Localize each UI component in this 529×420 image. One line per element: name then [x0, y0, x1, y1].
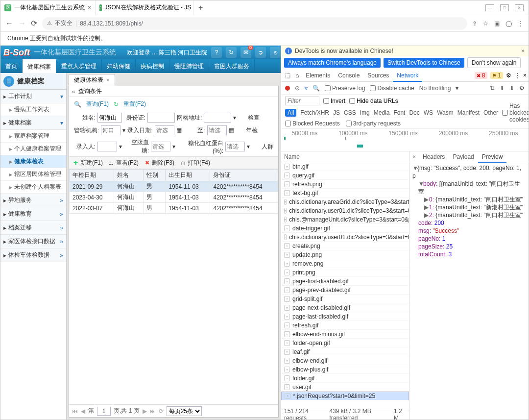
network-request[interactable]: ▫create.png: [281, 242, 409, 250]
reset-button[interactable]: 重置(F2): [123, 100, 146, 108]
content-tab[interactable]: 健康体检表 ×: [69, 74, 115, 86]
sidebar-item[interactable]: ▸未创建个人档案表: [0, 181, 66, 194]
dropdown-icon[interactable]: ▾: [122, 127, 125, 134]
col-header[interactable]: 姓名: [114, 170, 144, 181]
network-request[interactable]: ▫btn.gif: [281, 162, 409, 171]
refresh-icon[interactable]: ↻: [226, 47, 237, 58]
fbs-input[interactable]: [151, 142, 170, 151]
exit-icon[interactable]: ➲: [255, 47, 266, 58]
sidebar-item[interactable]: ▸慢病工作列表: [0, 103, 66, 116]
share-icon[interactable]: ⇪: [472, 20, 477, 27]
sidebar-item[interactable]: ▸辖区居民体检管理: [0, 168, 66, 181]
close-icon[interactable]: ×: [88, 4, 91, 11]
network-request[interactable]: ▫chis.dictionary.user01.dic?sliceType=3&…: [281, 206, 409, 215]
devtools-tab[interactable]: Network: [393, 70, 422, 82]
gear-icon[interactable]: ⚙: [506, 72, 511, 79]
star-icon[interactable]: ☆: [483, 20, 488, 27]
sidebar-group[interactable]: ▸工作计划▾: [0, 90, 66, 103]
new-tab-button[interactable]: +: [193, 3, 208, 12]
network-request[interactable]: ▫elbow-end-minus.gif: [281, 330, 409, 339]
clear-icon[interactable]: ⊘: [295, 85, 300, 92]
sidebar-group[interactable]: ▸家医体检接口数据»: [0, 235, 66, 248]
page-input[interactable]: [97, 407, 111, 416]
preview-tab[interactable]: Headers: [419, 152, 449, 162]
nav-item[interactable]: 首页: [0, 59, 23, 73]
menu-icon[interactable]: ⋮: [518, 20, 524, 27]
network-request[interactable]: ▫refresh.png: [281, 180, 409, 189]
browser-tab-1[interactable]: J JSON在线解析及格式化验证 - JS ×: [96, 0, 193, 15]
filter-input[interactable]: [285, 97, 319, 105]
disable-cache-checkbox[interactable]: Disable cache: [370, 85, 414, 92]
nav-item[interactable]: 健康档案: [23, 59, 56, 73]
delete-button[interactable]: ✖删除(F3): [144, 159, 174, 167]
close-window-icon[interactable]: ✕: [515, 4, 524, 11]
network-request[interactable]: ▫chis.dictionary.areaGrid.dic?sliceType=…: [281, 198, 409, 206]
thirdparty-checkbox[interactable]: 3rd-party requests: [346, 120, 401, 127]
table-row[interactable]: 2021-09-29何海山男1954-11-034202**********84…: [70, 181, 278, 192]
network-request[interactable]: ▫refresh.gif: [281, 321, 409, 330]
page-first-icon[interactable]: ⏮: [72, 408, 78, 415]
download-icon[interactable]: ⬇: [509, 85, 514, 92]
device-icon[interactable]: ⌂: [293, 72, 301, 79]
blocked-checkbox[interactable]: Blocked Requests: [285, 120, 340, 127]
type-filter-item[interactable]: WS: [424, 109, 433, 116]
org-input[interactable]: [101, 125, 120, 135]
calendar-icon[interactable]: ▦: [229, 127, 234, 134]
network-request[interactable]: ▫page-next-disabled.gif: [281, 303, 409, 312]
network-request[interactable]: ▫*.jsonRequest?start=0&limit=25: [281, 392, 409, 400]
network-request[interactable]: ▫update.png: [281, 250, 409, 259]
nav-item[interactable]: 重点人群管理: [56, 59, 102, 73]
minimize-icon[interactable]: —: [485, 4, 494, 11]
sidebar-group[interactable]: ▸异地服务»: [0, 194, 66, 207]
calendar-icon[interactable]: ▦: [176, 127, 182, 134]
network-request[interactable]: ▫page-prev-disabled.gif: [281, 286, 409, 295]
close-icon[interactable]: ×: [523, 72, 527, 79]
type-filter-item[interactable]: All: [285, 109, 296, 117]
sidebar-item[interactable]: ▸个人健康档案管理: [0, 143, 66, 155]
preview-tab[interactable]: Preview: [478, 152, 507, 163]
dropdown-icon[interactable]: ▾: [172, 143, 175, 150]
type-filter-item[interactable]: Doc: [409, 109, 419, 116]
network-request[interactable]: ▫grid-split.gif: [281, 295, 409, 303]
network-request[interactable]: ▫chis.dictionary.user01.dic?sliceType=3&…: [281, 233, 409, 242]
record-icon[interactable]: [285, 86, 290, 91]
search-icon[interactable]: 🔍: [313, 85, 320, 92]
more-icon[interactable]: ⋮: [514, 72, 520, 79]
network-request[interactable]: ▫user.gif: [281, 383, 409, 392]
dropdown-icon[interactable]: ▾: [233, 114, 236, 121]
sidebar-group[interactable]: ▸体检车体检数据»: [0, 248, 66, 262]
type-filter-item[interactable]: JS: [333, 109, 340, 116]
upload-icon[interactable]: ⬆: [500, 85, 505, 92]
table-row[interactable]: 2023-04-30何海山男1954-11-034202**********84…: [70, 192, 278, 203]
error-badge[interactable]: ✖ 8: [475, 72, 487, 79]
search-button[interactable]: 查询(F1): [86, 100, 109, 108]
nav-item[interactable]: 疾病控制: [136, 59, 169, 73]
reload-icon[interactable]: ⟳: [31, 19, 37, 28]
dropdown-icon[interactable]: ▾: [247, 143, 250, 150]
help-icon[interactable]: ?: [211, 47, 222, 58]
type-filter-item[interactable]: Img: [360, 109, 370, 116]
devtools-tab[interactable]: Console: [334, 70, 363, 81]
network-request[interactable]: ▫page-first-disabled.gif: [281, 277, 409, 286]
lang-dont-button[interactable]: Don't show again: [467, 57, 521, 68]
network-request[interactable]: ▫text-bg.gif: [281, 189, 409, 198]
pagesize-select[interactable]: 每页25条: [167, 406, 202, 416]
network-request[interactable]: ▫folder-open.gif: [281, 339, 409, 347]
network-request[interactable]: ▫print.png: [281, 268, 409, 277]
page-prev-icon[interactable]: ◀: [81, 408, 85, 415]
close-icon[interactable]: ×: [521, 48, 525, 54]
nav-item[interactable]: 慢阻肺管理: [169, 59, 209, 73]
preview-item[interactable]: ▶0: {manaUnitId_text: "闸口村卫生室": [412, 196, 526, 203]
wifi-icon[interactable]: ⇅: [490, 85, 495, 92]
dropdown-icon[interactable]: ▾: [119, 143, 122, 150]
type-filter-item[interactable]: Wasm: [437, 109, 454, 116]
type-filter-item[interactable]: Other: [483, 109, 498, 116]
hba-input[interactable]: [225, 142, 245, 151]
sidebar-group[interactable]: ▸档案迁移»: [0, 221, 66, 235]
preview-item[interactable]: ▶2: {manaUnitId_text: "闸口村卫生室": [412, 211, 526, 219]
maximize-icon[interactable]: □: [500, 4, 509, 11]
type-filter-item[interactable]: Font: [393, 109, 405, 116]
col-header[interactable]: 性别: [144, 170, 166, 181]
id-input[interactable]: [147, 113, 175, 123]
invert-checkbox[interactable]: Invert: [323, 98, 345, 104]
